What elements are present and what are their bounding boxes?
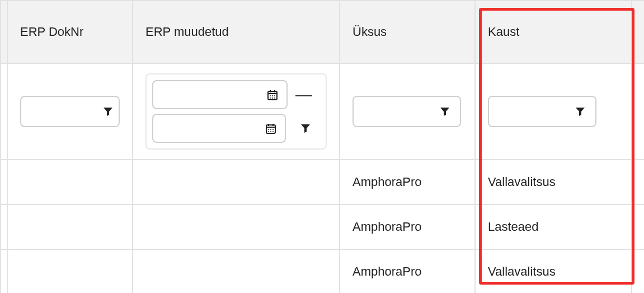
date-from-input[interactable] (152, 80, 260, 109)
funnel-icon (575, 106, 586, 117)
funnel-icon (439, 106, 450, 117)
cell-erp-muudetud (133, 160, 340, 204)
cell-erp-muudetud (133, 204, 340, 249)
stub-cell (632, 204, 644, 249)
cell-yksus: AmphoraPro (340, 204, 475, 249)
cell-yksus: AmphoraPro (340, 160, 475, 204)
filter-button-yksus[interactable] (430, 96, 461, 127)
filter-button-kaust[interactable] (565, 96, 596, 127)
filter-row: — (1, 63, 644, 160)
filter-button-erp-doknr[interactable] (97, 96, 120, 127)
column-header-erp-muudetud[interactable]: ERP muudetud (133, 1, 340, 63)
filter-cell-erp-doknr (7, 63, 133, 160)
stub-cell (632, 249, 644, 293)
calendar-icon (266, 89, 279, 101)
cell-kaust: Vallavalitsus (475, 249, 632, 293)
date-from-picker-button[interactable] (258, 80, 288, 109)
table-row[interactable]: AmphoraPro Vallavalitsus (1, 249, 644, 293)
filter-input-erp-doknr[interactable] (20, 96, 98, 127)
filter-cell-kaust (475, 63, 632, 160)
cell-kaust: Lasteaed (475, 204, 632, 249)
funnel-icon (102, 106, 114, 117)
table-row[interactable]: AmphoraPro Vallavalitsus (1, 160, 644, 204)
date-to-input[interactable] (152, 114, 258, 143)
filter-button-erp-muudetud[interactable] (292, 114, 320, 143)
stub-cell (1, 1, 7, 63)
column-header-kaust[interactable]: Kaust (475, 1, 632, 63)
stub-cell (632, 160, 644, 204)
cell-yksus: AmphoraPro (340, 249, 475, 293)
column-header-row: ERP DokNr ERP muudetud Üksus Kaust (1, 1, 644, 63)
cell-kaust: Vallavalitsus (475, 160, 632, 204)
column-header-erp-doknr[interactable]: ERP DokNr (7, 1, 133, 63)
filter-cell-erp-muudetud: — (133, 63, 340, 160)
cell-erp-doknr (7, 204, 133, 249)
stub-cell (1, 160, 7, 204)
cell-erp-muudetud (133, 249, 340, 293)
stub-cell (632, 63, 644, 160)
date-range-separator: — (288, 85, 320, 104)
filter-input-yksus[interactable] (352, 96, 431, 127)
table-row[interactable]: AmphoraPro Lasteaed (1, 204, 644, 249)
funnel-icon (300, 123, 311, 134)
date-to-picker-button[interactable] (257, 114, 285, 143)
data-grid: ERP DokNr ERP muudetud Üksus Kaust (0, 0, 644, 293)
calendar-icon (265, 122, 277, 134)
stub-cell (1, 249, 7, 293)
date-range-filter: — (145, 73, 327, 150)
cell-erp-doknr (7, 249, 133, 293)
stub-cell (1, 204, 7, 249)
filter-input-kaust[interactable] (488, 96, 566, 127)
column-header-yksus[interactable]: Üksus (340, 1, 475, 63)
stub-cell (1, 63, 7, 160)
stub-cell (632, 1, 644, 63)
cell-erp-doknr (7, 160, 133, 204)
filter-cell-yksus (340, 63, 475, 160)
